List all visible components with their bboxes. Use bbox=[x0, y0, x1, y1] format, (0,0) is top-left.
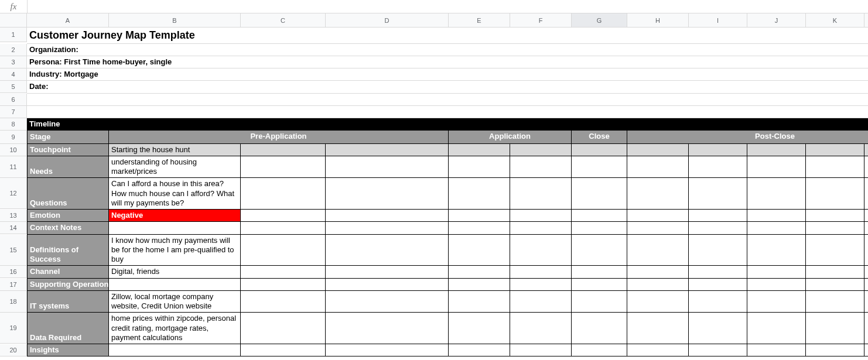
cell[interactable] bbox=[806, 291, 864, 313]
cell[interactable] bbox=[806, 178, 864, 210]
row-header-9[interactable]: 9 bbox=[0, 131, 27, 144]
cell[interactable] bbox=[627, 279, 689, 291]
cell[interactable] bbox=[864, 144, 868, 156]
cell-timeline[interactable]: Timeline bbox=[27, 118, 868, 131]
cell[interactable] bbox=[510, 235, 572, 266]
cell[interactable] bbox=[572, 156, 627, 179]
cell[interactable] bbox=[627, 222, 689, 234]
select-all-corner[interactable] bbox=[0, 13, 27, 28]
cell[interactable] bbox=[449, 156, 510, 179]
cell[interactable] bbox=[747, 313, 806, 344]
content-context[interactable] bbox=[109, 222, 241, 234]
label-channel[interactable]: Channel bbox=[27, 266, 109, 278]
cell[interactable] bbox=[689, 178, 747, 210]
row-header-15[interactable]: 15 bbox=[0, 235, 27, 266]
row-header-14[interactable]: 14 bbox=[0, 222, 27, 234]
cell-industry[interactable]: Industry: Mortgage bbox=[27, 68, 868, 81]
cell[interactable] bbox=[806, 313, 864, 344]
cell[interactable] bbox=[326, 266, 449, 278]
cell-stage-preapp[interactable]: Pre-Application bbox=[109, 131, 449, 144]
cell[interactable] bbox=[806, 266, 864, 278]
spreadsheet-grid[interactable]: A B C D E F G H I J K L 1 Customer Journ… bbox=[0, 13, 868, 356]
cell[interactable] bbox=[241, 222, 326, 234]
cell[interactable] bbox=[449, 313, 510, 344]
cell[interactable] bbox=[449, 344, 510, 356]
cell-persona[interactable]: Persona: First Time home-buyer, single bbox=[27, 56, 868, 68]
cell[interactable] bbox=[572, 222, 627, 234]
cell-empty-7[interactable] bbox=[27, 106, 868, 118]
row-header-5[interactable]: 5 bbox=[0, 81, 27, 93]
cell[interactable] bbox=[627, 144, 689, 156]
cell[interactable] bbox=[747, 235, 806, 266]
cell[interactable] bbox=[572, 313, 627, 344]
row-header-19[interactable]: 19 bbox=[0, 313, 27, 344]
cell-date[interactable]: Date: bbox=[27, 81, 868, 93]
cell[interactable] bbox=[241, 156, 326, 179]
col-header-E[interactable]: E bbox=[449, 13, 510, 28]
label-itsys[interactable]: IT systems bbox=[27, 291, 109, 313]
cell[interactable] bbox=[747, 222, 806, 234]
cell[interactable] bbox=[572, 291, 627, 313]
cell[interactable] bbox=[449, 178, 510, 210]
cell[interactable] bbox=[510, 279, 572, 291]
content-supops[interactable] bbox=[109, 279, 241, 291]
cell[interactable] bbox=[747, 156, 806, 179]
cell[interactable] bbox=[806, 235, 864, 266]
col-header-C[interactable]: C bbox=[241, 13, 326, 28]
cell[interactable] bbox=[806, 344, 864, 356]
cell[interactable] bbox=[241, 266, 326, 278]
cell[interactable] bbox=[747, 144, 806, 156]
cell[interactable] bbox=[326, 222, 449, 234]
col-header-F[interactable]: F bbox=[510, 13, 572, 28]
cell-stage-app[interactable]: Application bbox=[449, 131, 572, 144]
cell[interactable] bbox=[510, 222, 572, 234]
row-header-16[interactable]: 16 bbox=[0, 266, 27, 278]
cell[interactable] bbox=[806, 210, 864, 222]
cell[interactable] bbox=[510, 313, 572, 344]
row-header-7[interactable]: 7 bbox=[0, 106, 27, 118]
cell[interactable] bbox=[241, 291, 326, 313]
cell[interactable] bbox=[747, 279, 806, 291]
cell[interactable] bbox=[510, 291, 572, 313]
row-header-20[interactable]: 20 bbox=[0, 344, 27, 356]
cell[interactable] bbox=[689, 144, 747, 156]
cell[interactable] bbox=[864, 279, 868, 291]
content-questions[interactable]: Can I afford a house in this area? How m… bbox=[109, 178, 241, 210]
content-defsuccess[interactable]: I know how much my payments will be for … bbox=[109, 235, 241, 266]
cell[interactable] bbox=[449, 235, 510, 266]
cell[interactable] bbox=[510, 344, 572, 356]
cell-stage-label[interactable]: Stage bbox=[27, 131, 109, 144]
cell[interactable] bbox=[747, 178, 806, 210]
cell[interactable] bbox=[747, 210, 806, 222]
row-header-8[interactable]: 8 bbox=[0, 118, 27, 131]
content-channel[interactable]: Digital, friends bbox=[109, 266, 241, 278]
cell[interactable] bbox=[241, 178, 326, 210]
col-header-I[interactable]: I bbox=[689, 13, 747, 28]
cell[interactable] bbox=[510, 178, 572, 210]
cell[interactable] bbox=[689, 344, 747, 356]
cell[interactable] bbox=[747, 344, 806, 356]
cell[interactable] bbox=[449, 291, 510, 313]
formula-input[interactable] bbox=[28, 0, 868, 13]
cell[interactable] bbox=[449, 266, 510, 278]
row-header-4[interactable]: 4 bbox=[0, 68, 27, 81]
cell[interactable] bbox=[627, 210, 689, 222]
row-header-12[interactable]: 12 bbox=[0, 178, 27, 209]
cell[interactable] bbox=[572, 266, 627, 278]
cell[interactable] bbox=[864, 266, 868, 278]
cell[interactable] bbox=[864, 344, 868, 356]
cell[interactable] bbox=[689, 291, 747, 313]
cell[interactable] bbox=[689, 235, 747, 266]
cell[interactable] bbox=[747, 291, 806, 313]
cell[interactable] bbox=[689, 210, 747, 222]
cell[interactable] bbox=[572, 144, 627, 156]
cell[interactable] bbox=[864, 222, 868, 234]
cell[interactable] bbox=[627, 178, 689, 210]
row-header-18[interactable]: 18 bbox=[0, 291, 27, 313]
content-emotion[interactable]: Negative bbox=[109, 210, 241, 222]
cell[interactable] bbox=[572, 210, 627, 222]
col-header-J[interactable]: J bbox=[747, 13, 806, 28]
col-header-L[interactable]: L bbox=[864, 13, 868, 28]
cell[interactable] bbox=[510, 156, 572, 179]
cell[interactable] bbox=[572, 178, 627, 210]
